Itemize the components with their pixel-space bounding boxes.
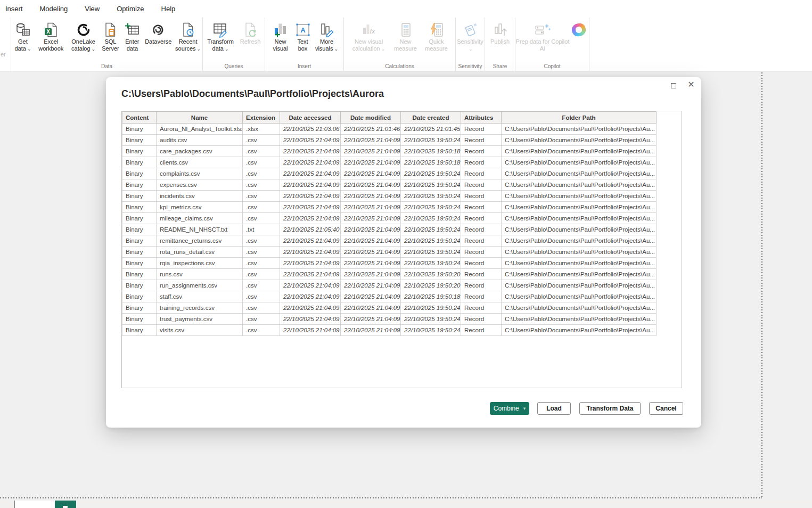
cell-name: clients.csv [157,157,243,168]
cell-attributes: Record [461,280,502,291]
button-label: Quick [429,38,444,45]
group-label-copilot: Copilot [515,63,589,69]
clipped-button-label-fragment: er [1,51,6,58]
cell-date_accessed: 22/10/2025 21:04:09 [280,280,341,291]
cell-name: training_records.csv [157,302,243,314]
button-label: Refresh [240,38,261,45]
button-label: measure [425,45,448,52]
onelake-catalog-button[interactable]: OneLake catalog⌄ [68,18,100,53]
enter-data-button[interactable]: Enter data [121,18,143,52]
button-label: visuals [315,45,333,52]
excel-file-icon: X [43,21,60,38]
ribbon-group-insert: New visual A Text box More visuals⌄ Inse… [265,18,343,71]
cell-folder_path: C:\Users\Pablo\Documents\Paul\Portfolio\… [502,157,657,168]
cell-attributes: Record [461,224,502,235]
cell-folder_path: C:\Users\Pablo\Documents\Paul\Portfolio\… [502,269,657,280]
table-row: Binaryincidents.csv.csv22/10/2025 21:04:… [122,191,657,202]
get-data-button[interactable]: Get data⌄ [11,18,35,53]
cell-date_modified: 22/10/2025 21:04:09 [341,302,401,314]
file-table: ContentNameExtensionDate accessedDate mo… [122,111,657,336]
cell-extension: .csv [243,325,280,336]
button-label: data [212,45,224,52]
button-label: Excel [44,38,58,45]
cell-name: trust_payments.csv [157,314,243,325]
cell-content: Binary [122,179,157,191]
menu-insert[interactable]: Insert [5,5,23,13]
cell-date_created: 22/10/2025 19:50:24 [401,235,461,247]
menu-view[interactable]: View [85,5,100,13]
cell-name: kpi_metrics.csv [157,202,243,213]
button-label: box [298,45,308,52]
cell-content: Binary [122,247,157,258]
svg-text:fx: fx [370,28,375,35]
table-row: Binaryaudits.csv.csv22/10/2025 21:04:092… [122,135,657,146]
cell-date_accessed: 22/10/2025 21:04:09 [280,179,341,191]
cell-date_accessed: 22/10/2025 21:04:09 [280,157,341,168]
button-label: OneLake [71,38,95,45]
cell-folder_path: C:\Users\Pablo\Documents\Paul\Portfolio\… [502,124,657,135]
table-row: BinaryREADME_NI_NHSCT.txt.txt22/10/2025 … [122,224,657,235]
svg-text:A: A [300,26,306,34]
button-label: calculation [352,45,380,52]
table-row: Binarytraining_records.csv.csv22/10/2025… [122,302,657,314]
menu-optimize[interactable]: Optimize [117,5,144,13]
cell-date_created: 22/10/2025 19:50:24 [401,325,461,336]
text-box-button[interactable]: A Text box [293,18,313,52]
chevron-down-icon: ⌄ [334,46,339,52]
table-plus-icon [124,21,141,38]
recent-sources-button[interactable]: Recent sources⌄ [174,18,202,53]
transform-data-button[interactable]: Transform data⌄ [204,18,237,53]
cell-date_accessed: 22/10/2025 21:04:09 [280,325,341,336]
cell-date_created: 22/10/2025 19:50:24 [401,202,461,213]
load-button[interactable]: Load [537,402,571,415]
cell-folder_path: C:\Users\Pablo\Documents\Paul\Portfolio\… [502,291,657,302]
table-row: Binarytrust_payments.csv.csv22/10/2025 2… [122,314,657,325]
cell-date_created: 22/10/2025 19:50:18 [401,157,461,168]
bars-fx-icon: fx [360,21,378,38]
excel-workbook-button[interactable]: X Excel workbook [35,18,68,52]
cell-content: Binary [122,258,157,269]
refresh-button: Refresh [237,18,264,45]
column-header-date_created: Date created [401,112,461,124]
cell-extension: .csv [243,247,280,258]
dataverse-button[interactable]: Dataverse [143,18,174,45]
cell-date_created: 22/10/2025 19:50:24 [401,247,461,258]
calculator-icon [397,21,414,38]
cell-extension: .csv [243,146,280,157]
table-row: Binaryremittance_returns.csv.csv22/10/20… [122,235,657,247]
table-row: Binaryexpenses.csv.csv22/10/2025 21:04:0… [122,179,657,191]
cell-attributes: Record [461,213,502,224]
cell-extension: .csv [243,302,280,314]
combine-button[interactable]: Combine ▾ [490,402,529,415]
menu-help[interactable]: Help [161,5,176,13]
cell-name: remittance_returns.csv [157,235,243,247]
maximize-button[interactable] [669,81,678,90]
cell-extension: .csv [243,280,280,291]
canvas-dashed-border-right [761,72,762,497]
sql-server-button[interactable]: SQL Server [100,18,122,52]
transform-data-dialog-button[interactable]: Transform Data [579,402,641,415]
cell-date_created: 22/10/2025 19:50:20 [401,280,461,291]
view-rail-bottom [0,501,14,508]
header-row: ContentNameExtensionDate accessedDate mo… [122,112,657,124]
ribbon-group-calculations: fx New visual calculation⌄ New measure Q… [343,18,455,71]
cell-date_modified: 22/10/2025 21:04:09 [341,258,401,269]
ribbon-group-copilot: Prep data for Copilot AI Copilot [515,18,589,71]
close-button[interactable]: ✕ [686,79,696,89]
menu-modeling[interactable]: Modeling [40,5,68,13]
ribbon-group-data: Get data⌄ X Excel workbook OneLake catal… [11,18,202,71]
cancel-button[interactable]: Cancel [649,402,683,415]
chevron-down-icon: ⌄ [469,46,473,52]
table-row: Binarycomplaints.csv.csv22/10/2025 21:04… [122,168,657,179]
cell-date_created: 22/10/2025 19:50:20 [401,269,461,280]
new-visual-button[interactable]: New visual [268,18,293,52]
publish-button: Publish [485,18,515,45]
cell-date_created: 22/10/2025 19:50:24 [401,314,461,325]
page-tab-label-fragment [63,506,68,508]
group-label-data: Data [11,63,202,69]
cell-folder_path: C:\Users\Pablo\Documents\Paul\Portfolio\… [502,135,657,146]
table-row: Binaryruns.csv.csv22/10/2025 21:04:0922/… [122,269,657,280]
more-visuals-button[interactable]: More visuals⌄ [313,18,341,53]
button-label: visual [273,45,288,52]
cell-name: mileage_claims.csv [157,213,243,224]
